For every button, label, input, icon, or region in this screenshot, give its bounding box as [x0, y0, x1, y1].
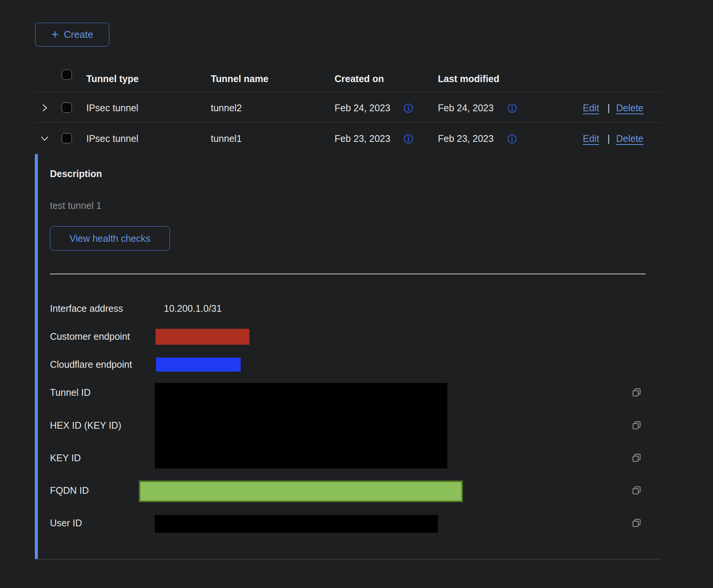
row-checkbox[interactable] [62, 133, 72, 143]
last-modified-cell: Feb 23, 2023 [438, 133, 493, 144]
tunnel-type-cell: IPsec tunnel [86, 133, 139, 144]
interface-address-label: Interface address [50, 303, 123, 314]
action-separator: | [607, 133, 610, 144]
view-health-checks-label: View health checks [70, 233, 151, 244]
view-health-checks-button[interactable]: View health checks [50, 226, 170, 250]
last-modified-cell: Feb 24, 2023 [438, 103, 493, 113]
edit-link[interactable]: Edit [583, 103, 599, 113]
row-divider [35, 122, 661, 123]
tunnel-name-cell: tunnel1 [211, 133, 242, 144]
copy-icon[interactable] [631, 453, 642, 465]
section-divider [50, 274, 646, 274]
plus-icon: + [51, 28, 59, 40]
info-icon[interactable] [507, 134, 517, 145]
fqdn-id-label: FQDN ID [50, 485, 89, 496]
cloudflare-endpoint-label: Cloudflare endpoint [50, 359, 132, 370]
created-on-cell: Feb 24, 2023 [335, 103, 390, 113]
copy-icon[interactable] [631, 518, 642, 530]
column-header-tunnel-name: Tunnel name [211, 73, 268, 84]
select-all-checkbox[interactable] [62, 70, 72, 80]
action-separator: | [607, 103, 610, 113]
description-heading: Description [50, 168, 102, 179]
copy-icon[interactable] [631, 485, 642, 497]
cloudflare-endpoint-redaction [156, 358, 241, 372]
customer-endpoint-label: Customer endpoint [50, 331, 130, 342]
info-icon[interactable] [507, 103, 517, 115]
tunnel-id-label: Tunnel ID [50, 387, 90, 398]
tunnels-page: + Create Tunnel type Tunnel name Created… [0, 0, 713, 588]
copy-icon[interactable] [631, 420, 642, 432]
ids-redaction-block [155, 383, 447, 468]
column-header-created-on: Created on [335, 73, 384, 84]
copy-icon[interactable] [631, 387, 642, 399]
expanded-row-accent-bar [35, 154, 38, 559]
user-id-redaction [155, 515, 438, 533]
description-value: test tunnel 1 [50, 200, 101, 211]
interface-address-value: 10.200.1.0/31 [164, 303, 222, 314]
delete-link[interactable]: Delete [616, 103, 643, 113]
customer-endpoint-redaction [156, 329, 249, 345]
column-header-tunnel-type: Tunnel type [86, 73, 139, 84]
delete-link[interactable]: Delete [616, 133, 643, 144]
chevron-right-icon[interactable] [39, 103, 50, 115]
table-bottom-divider [35, 559, 661, 560]
column-header-last-modified: Last modified [438, 73, 500, 84]
user-id-label: User ID [50, 517, 82, 529]
key-id-label: KEY ID [50, 452, 81, 464]
hex-id-label: HEX ID (KEY ID) [50, 420, 121, 431]
chevron-down-icon[interactable] [39, 133, 50, 145]
create-button[interactable]: + Create [35, 23, 109, 47]
header-divider [35, 92, 661, 92]
create-button-label: Create [64, 29, 93, 40]
info-icon[interactable] [403, 103, 413, 115]
tunnel-type-cell: IPsec tunnel [86, 103, 139, 113]
row-checkbox[interactable] [62, 103, 72, 113]
tunnel-name-cell: tunnel2 [211, 103, 242, 113]
fqdn-id-redaction [139, 481, 463, 502]
created-on-cell: Feb 23, 2023 [335, 133, 390, 144]
edit-link[interactable]: Edit [583, 133, 599, 144]
info-icon[interactable] [403, 134, 413, 145]
